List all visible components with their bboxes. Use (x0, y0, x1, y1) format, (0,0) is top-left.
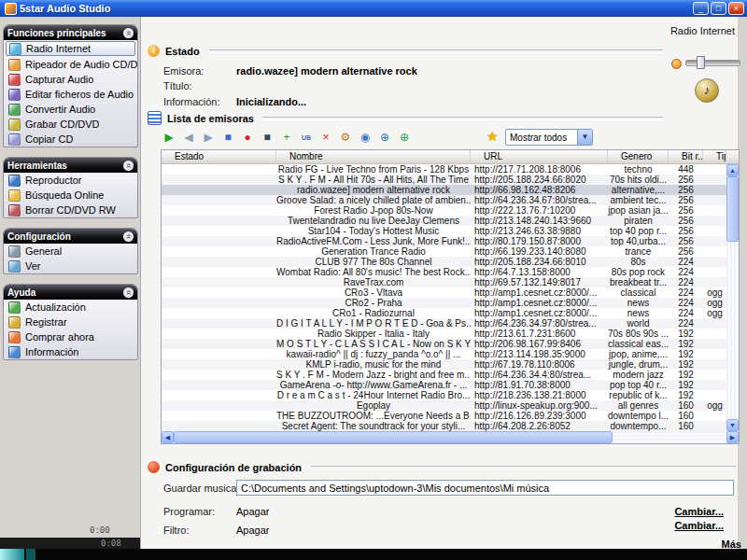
table-row[interactable]: S K Y . F M - Modern Jazz - bright and f… (162, 370, 726, 380)
web-mail-icon[interactable]: ⊕ (376, 129, 393, 146)
horizontal-scrollbar-thumb[interactable] (174, 431, 613, 443)
sidebar-item[interactable]: Editar ficheros de Audio (4, 87, 137, 102)
cambiar-filtro-link[interactable]: Cambiar... (674, 520, 724, 531)
table-row[interactable]: Egoplayhttp://linux-speakup.org:900...al… (162, 400, 726, 411)
sidebar-item[interactable]: Convertir Audio (4, 102, 137, 117)
close-button[interactable]: × (728, 2, 744, 15)
stop-icon[interactable]: ■ (259, 129, 275, 146)
table-row[interactable]: Star104 - Today's Hottest Musichttp://21… (162, 226, 726, 236)
table-row[interactable]: Radio FG - Live Techno from Paris - 128 … (162, 164, 726, 175)
table-row[interactable]: CRo1 - Radiozurnalhttp://amp1.cesnet.cz:… (162, 308, 726, 318)
table-row[interactable]: Generation Trance Radiohttp://66.199.233… (162, 246, 726, 257)
table-row[interactable]: Groove Salad: a nicely chilled plate of … (162, 195, 726, 205)
column-header[interactable]: Tipo (703, 150, 726, 163)
table-row[interactable]: CRo2 - Prahahttp://amp1.cesnet.cz:8000/.… (162, 298, 726, 308)
volume-slider-thumb[interactable] (697, 56, 705, 69)
scroll-down-icon[interactable]: ▼ (726, 419, 739, 431)
delete-station-icon[interactable]: × (317, 129, 334, 146)
cell-genero: news (608, 298, 669, 308)
column-header[interactable]: Bit r... (669, 150, 703, 163)
collapse-icon[interactable]: « (123, 231, 134, 242)
sidebar-item[interactable]: Comprar ahora (4, 329, 137, 344)
sidebar-item[interactable]: Copiar CD (4, 132, 137, 147)
table-row[interactable]: S K Y . F M - All Hit 70s - All Hits, Al… (162, 175, 726, 185)
save-path-input[interactable] (236, 480, 734, 496)
cell-genero: breakbeat tr... (608, 277, 669, 287)
column-header[interactable]: Estado (162, 150, 276, 163)
convert-audio-icon (8, 104, 21, 116)
vertical-scrollbar[interactable]: ▲ ▼ (726, 164, 739, 431)
scroll-left-icon[interactable]: ◀ (162, 431, 174, 443)
properties-icon[interactable]: ⚙ (337, 129, 354, 146)
record-icon[interactable]: ● (239, 129, 256, 146)
table-row[interactable]: THE BUZZOUTROOM: ...Everyone Needs a B..… (162, 411, 726, 421)
table-row[interactable]: D r e a m C a s t - 24Hour Internet Radi… (162, 390, 726, 400)
column-header[interactable]: Genero (608, 150, 669, 163)
cell-url: http://66.98.162.48:8206 (471, 185, 608, 195)
table-row[interactable]: CRo3 - Vltavahttp://amp1.cesnet.cz:8000/… (162, 287, 726, 298)
table-row[interactable]: Wombat Radio: All 80's music! The best R… (162, 267, 726, 277)
maximize-button[interactable]: □ (711, 2, 726, 15)
sidebar-item[interactable]: Reproductor (4, 173, 137, 188)
open-icon[interactable]: ■ (219, 129, 236, 146)
sidebar-item[interactable]: General (4, 244, 137, 259)
sidebar-group-header[interactable]: Configuración« (4, 229, 137, 244)
cell-url: http://217.71.208.18:8006 (471, 164, 608, 175)
sidebar-item[interactable]: Registrar (4, 315, 137, 329)
play-icon[interactable]: ▶ (161, 129, 177, 146)
add-station-icon[interactable]: + (278, 129, 295, 146)
table-row[interactable]: Radio Skipper - Italia - Italyhttp://213… (162, 329, 726, 339)
minimize-button[interactable]: _ (693, 2, 709, 15)
estado-section-header: i Estado (148, 44, 663, 58)
cell-bit: 192 (669, 329, 703, 339)
sidebar-item[interactable]: Ver (4, 259, 137, 273)
table-row[interactable]: radio.wazee] modern alternative rockhttp… (162, 185, 726, 195)
sidebar-item[interactable]: Radio Internet (6, 41, 135, 56)
next-icon[interactable]: ▶ (200, 129, 217, 146)
sidebar-group-header[interactable]: Herramientas« (4, 158, 137, 173)
favorites-star-icon[interactable]: ★ (486, 129, 499, 144)
column-header[interactable]: Nombre (276, 150, 471, 163)
vertical-scrollbar-thumb[interactable] (726, 176, 739, 242)
scroll-right-icon[interactable]: ▶ (726, 431, 739, 443)
volume-slider[interactable] (685, 60, 740, 66)
sidebar-item[interactable]: Grabar CD/DVD (4, 117, 137, 132)
sidebar-item[interactable]: Búsqueda Online (4, 188, 137, 203)
table-row[interactable]: Forest Radio J-pop 80s-Nowhttp://222.13.… (162, 205, 726, 216)
table-row[interactable]: KMLP i-radio, music for the mindhttp://6… (162, 359, 726, 370)
table-row[interactable]: RadioActiveFM.Com - Less Junk, More Funk… (162, 236, 726, 246)
table-row[interactable]: GameArena -o- http://www.GameArena.fr - … (162, 380, 726, 390)
collapse-icon[interactable]: « (123, 287, 134, 298)
sidebar-item[interactable]: Capturar Audio (4, 72, 137, 87)
sidebar-group-header[interactable]: Ayuda« (4, 285, 137, 300)
web-globe-icon[interactable]: ⊕ (396, 129, 413, 146)
cambiar-programar-link[interactable]: Cambiar... (674, 506, 724, 517)
column-header[interactable]: URL (471, 150, 608, 163)
add-url-icon[interactable]: UB (298, 129, 315, 146)
sidebar-item[interactable]: Borrar CD/DVD RW (4, 203, 137, 217)
table-row[interactable]: kawaii-radio^ || dj : fuzzy_panda ^o.o^ … (162, 349, 726, 359)
table-row[interactable]: D I G I T A L L Y - I M P O R T E D - Go… (162, 318, 726, 329)
table-row[interactable]: CLUB 977 The 80s Channelhttp://205.188.2… (162, 257, 726, 267)
table-row[interactable]: M O S T L Y - C L A S S I C A L - Now on… (162, 339, 726, 349)
title-bar[interactable]: 5star Audio Studio _ □ × (0, 0, 747, 17)
table-row[interactable]: RaveTrax.comhttp://69.57.132.149:8017bre… (162, 277, 726, 287)
sidebar-item[interactable]: Ripeador de Audio CD/DVD (4, 57, 137, 72)
music-note-icon[interactable]: ♪ (695, 78, 719, 103)
preview-icon[interactable]: ◉ (357, 129, 374, 146)
filter-dropdown[interactable]: Mostrar todos ▼ (505, 129, 593, 146)
prev-icon[interactable]: ◀ (180, 129, 197, 146)
sidebar-item[interactable]: Información (4, 344, 137, 359)
chevron-down-icon[interactable]: ▼ (577, 130, 592, 145)
table-row[interactable]: Twentelandradio nu live DeeJay Clemensht… (162, 216, 726, 226)
volume-knob[interactable] (671, 59, 682, 69)
scroll-up-icon[interactable]: ▲ (726, 164, 739, 176)
cell-estado (162, 185, 276, 195)
collapse-icon[interactable]: « (123, 161, 134, 171)
table-row[interactable]: Secret Agent: The soundtrack for your st… (162, 421, 726, 431)
horizontal-scrollbar[interactable]: ◀ ▶ (162, 431, 739, 443)
sidebar-group-header[interactable]: Funciones principales« (4, 25, 137, 40)
collapse-icon[interactable]: « (123, 28, 134, 38)
sidebar-item[interactable]: Actualización (4, 300, 137, 315)
cell-estado (162, 421, 276, 431)
